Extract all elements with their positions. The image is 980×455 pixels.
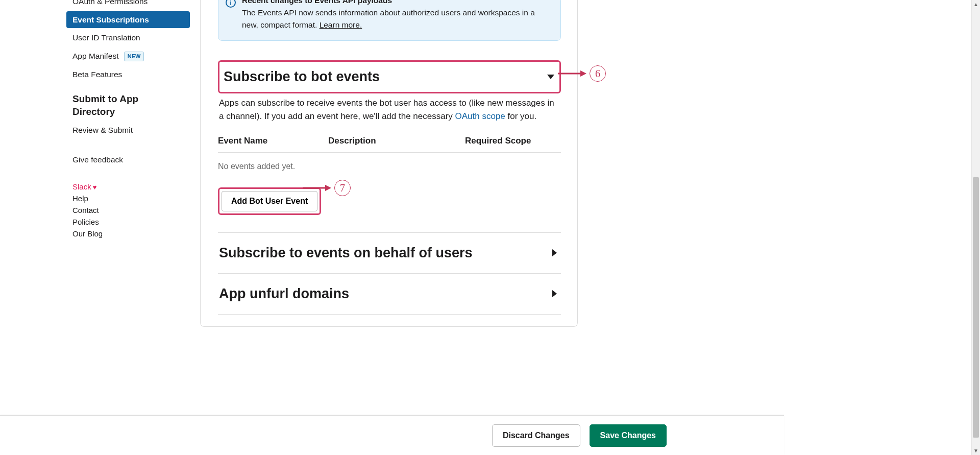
sidebar-item-beta-features[interactable]: Beta Features [66,66,190,83]
sidebar-item-event-subscriptions[interactable]: Event Subscriptions [66,11,190,29]
section-title: Subscribe to events on behalf of users [219,245,473,261]
sidebar: OAuth & Permissions Event Subscriptions … [57,0,190,327]
chevron-right-icon [552,290,557,297]
scrollbar-track[interactable] [972,9,980,446]
col-description: Description [328,136,465,146]
section-toggle-bot-events[interactable]: Subscribe to bot events [218,60,561,93]
scrollbar-thumb[interactable] [973,177,979,438]
section-toggle-app-unfurl[interactable]: App unfurl domains [218,274,561,315]
info-banner: i Recent changes to Events API payloads … [218,0,561,41]
scroll-down-button[interactable]: ▼ [972,446,980,455]
sidebar-item-oauth[interactable]: OAuth & Permissions [66,0,190,10]
info-icon: i [226,0,236,8]
discard-changes-button[interactable]: Discard Changes [492,424,580,447]
save-changes-button[interactable]: Save Changes [590,424,667,447]
oauth-scope-link[interactable]: OAuth scope [455,111,505,121]
footer-link-blog[interactable]: Our Blog [57,228,190,240]
footer-link-policies[interactable]: Policies [57,216,190,228]
col-required-scope: Required Scope [465,136,561,146]
sidebar-item-user-id-translation[interactable]: User ID Translation [66,29,190,46]
sidebar-item-label: Event Subscriptions [72,15,149,24]
annotation-number: 7 [334,180,351,196]
footer-link-slack[interactable]: Slack♥ [57,181,190,193]
bot-events-description: Apps can subscribe to receive events the… [218,93,561,124]
arrow-icon [558,68,586,79]
banner-title: Recent changes to Events API payloads [242,0,551,7]
banner-learn-more-link[interactable]: Learn more. [320,20,362,29]
svg-marker-1 [580,70,586,77]
sidebar-item-review-submit[interactable]: Review & Submit [57,122,190,138]
sidebar-item-label: Beta Features [72,70,122,79]
annotation-callout-6: 6 [558,65,606,82]
vertical-scrollbar[interactable]: ▲ ▼ [971,0,980,455]
footer-link-label: Slack [72,182,91,191]
new-badge: NEW [124,52,144,61]
banner-body: The Events API now sends information abo… [242,8,535,29]
sidebar-item-label: OAuth & Permissions [72,0,148,6]
footer-link-help[interactable]: Help [57,193,190,204]
sidebar-item-app-manifest[interactable]: App Manifest NEW [66,47,190,65]
col-event-name: Event Name [218,136,328,146]
bot-events-table: Event Name Description Required Scope No… [218,136,561,171]
footer-link-contact[interactable]: Contact [57,204,190,216]
annotation-callout-7: 7 [303,180,351,196]
arrow-icon [303,183,331,193]
scroll-up-button[interactable]: ▲ [972,0,980,9]
chevron-down-icon [547,75,554,79]
desc-text: for you. [505,111,536,121]
action-bar: Discard Changes Save Changes [0,415,784,455]
section-title: App unfurl domains [219,286,349,302]
sidebar-item-give-feedback[interactable]: Give feedback [57,151,190,167]
table-header: Event Name Description Required Scope [218,136,561,153]
sidebar-heading-submit: Submit to App Directory [57,84,190,121]
chevron-right-icon [552,249,557,256]
svg-marker-3 [325,185,331,191]
main-content: i Recent changes to Events API payloads … [200,0,578,327]
sidebar-item-label: App Manifest [72,52,118,60]
sidebar-item-label: User ID Translation [72,33,140,42]
table-empty-state: No events added yet. [218,153,561,171]
annotation-number: 6 [590,65,606,82]
heart-icon: ♥ [93,183,97,191]
section-title: Subscribe to bot events [224,69,380,85]
sidebar-footer: Slack♥ Help Contact Policies Our Blog [57,181,190,240]
section-toggle-user-events[interactable]: Subscribe to events on behalf of users [218,233,561,274]
